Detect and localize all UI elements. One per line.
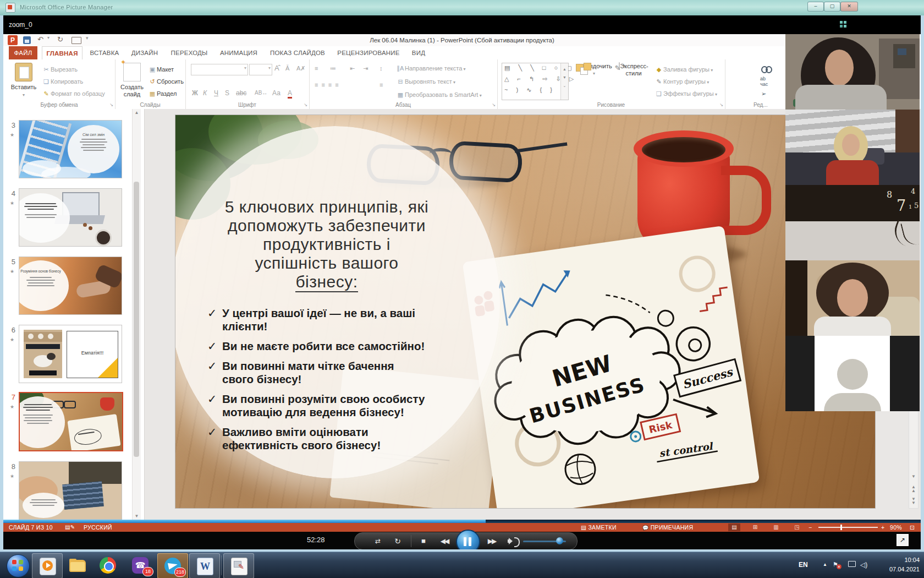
slide-thumbnail-8[interactable] [19, 461, 122, 520]
fit-to-window-icon[interactable]: ⊡ [910, 523, 915, 532]
undo-icon[interactable]: ↶ [37, 35, 43, 43]
tab-file[interactable]: ФАЙЛ [9, 46, 37, 59]
scroll-down-icon[interactable]: ▼ [133, 514, 141, 519]
slide-thumbnail-3[interactable]: Сім сил змін [19, 120, 122, 178]
undo-dropdown-icon[interactable]: ▾ [47, 35, 50, 40]
taskbar-picture-manager[interactable]: ✎ [223, 553, 254, 578]
minimize-button[interactable]: – [807, 2, 824, 12]
shape-effects-button[interactable]: ❑Эффекты фигуры ▾ [654, 88, 717, 99]
slide-canvas[interactable]: NEW BUSINESS Success Risk [175, 114, 876, 509]
text-direction-button[interactable]: ∥AНаправление текста ▾ [396, 63, 466, 74]
underline-button[interactable]: Ч [214, 88, 218, 98]
rewind-button[interactable]: ◀◀ [434, 533, 455, 549]
thumbnail-scrollbar[interactable]: ▲ ▼ [132, 109, 141, 520]
video-seek-bar[interactable] [3, 520, 921, 523]
character-spacing-button[interactable]: АВ↔ [255, 88, 267, 98]
scroll-up-icon[interactable]: ▲ [133, 110, 141, 115]
reset-button[interactable]: ↺Сбросить [148, 76, 184, 87]
taskbar-viber[interactable]: ☎ 18 [125, 553, 155, 577]
slideshow-from-start-icon[interactable] [72, 37, 81, 44]
slide-thumbnail-7-current[interactable] [19, 392, 123, 451]
scroll-down-icon[interactable]: ▼ [909, 474, 918, 479]
font-color-button[interactable]: А [288, 89, 292, 99]
maximize-button[interactable]: ▢ [824, 2, 840, 12]
shrink-font-button[interactable]: А̌ [285, 63, 289, 74]
select-button[interactable]: ➢ [761, 88, 766, 99]
tab-slideshow[interactable]: ПОКАЗ СЛАЙДОВ [265, 46, 330, 59]
previous-slide-icon[interactable]: ▲▲ [909, 485, 918, 493]
taskbar-chrome[interactable] [94, 553, 123, 577]
bold-button[interactable]: Ж [192, 88, 198, 98]
volume-slider-thumb[interactable] [556, 537, 563, 544]
zoom-slider[interactable] [818, 527, 878, 528]
slide-thumbnail-6[interactable]: Емпатія!!! [19, 325, 122, 383]
shapes-scrollbar[interactable]: ▲▼⌄ [560, 63, 568, 100]
taskbar-word[interactable]: W [189, 553, 220, 578]
layout-button[interactable]: ▣Макет [148, 64, 174, 75]
tray-clock[interactable]: 10:04 07.04.2021 [873, 555, 920, 574]
tab-review[interactable]: РЕЦЕНЗИРОВАНИЕ [334, 46, 403, 59]
slide-title[interactable]: 5 ключових принципів, які допоможуть заб… [192, 198, 461, 291]
increase-indent-button[interactable]: ⇥ [363, 63, 368, 74]
drawing-dialog-launcher-icon[interactable]: ↘ [719, 102, 723, 107]
line-spacing-button[interactable]: ↕ [380, 63, 383, 74]
arrange-button[interactable]: Упорядочить ▾ [573, 63, 615, 102]
paragraph-dialog-launcher-icon[interactable]: ↘ [492, 102, 496, 107]
taskbar-media-player[interactable] [32, 553, 63, 578]
next-slide-icon[interactable]: ▼▼ [909, 497, 918, 505]
paste-button[interactable]: Вставить ▾ [10, 63, 37, 102]
replace-button[interactable]: abчас [760, 76, 768, 87]
align-text-button[interactable]: ⊟Выровнять текст ▾ [396, 76, 455, 87]
taskbar-telegram[interactable]: 218 [157, 553, 188, 578]
language-indicator[interactable]: РУССКИЙ [84, 523, 112, 532]
tray-language[interactable]: EN [799, 561, 808, 569]
convert-smartart-button[interactable]: ▦Преобразовать в SmartArt ▾ [396, 89, 482, 100]
shadow-button[interactable]: S [225, 88, 229, 98]
fullscreen-button[interactable]: ↗ [897, 534, 909, 546]
shape-fill-button[interactable]: ◆Заливка фигуры ▾ [654, 64, 713, 75]
tab-design[interactable]: ДИЗАЙН [128, 46, 162, 59]
alignment-buttons[interactable]: ≡≡≡≡ [315, 79, 342, 90]
slide-thumbnail-4[interactable] [19, 188, 122, 247]
shuffle-button[interactable]: ⇄ [370, 533, 386, 549]
strikethrough-button[interactable]: abc [236, 88, 246, 98]
close-button[interactable]: ✕ [840, 2, 858, 12]
find-button[interactable] [761, 64, 770, 75]
bullets-button[interactable]: ≡ [315, 63, 318, 74]
redo-icon[interactable]: ↻ [57, 35, 63, 43]
customize-qat-icon[interactable]: ▾ [86, 35, 89, 41]
volume-tray-icon[interactable]: ◁) [860, 561, 867, 569]
taskbar-explorer[interactable] [63, 553, 92, 577]
quick-styles-button[interactable]: Экспресс-стили [616, 63, 651, 102]
zoom-slider-thumb[interactable] [840, 525, 842, 530]
tab-animation[interactable]: АНИМАЦИЯ [217, 46, 261, 59]
new-slide-button[interactable]: Создать слайд [117, 63, 147, 102]
grow-font-button[interactable]: А̂ [274, 63, 279, 74]
font-dialog-launcher-icon[interactable]: ↘ [304, 102, 307, 107]
change-case-button[interactable]: Аа [272, 88, 280, 98]
shapes-gallery[interactable]: ▤ ╲ ╲ □ ○ ▢ △ ⌐ ↰ ⇨ ⇩ ▷ ~ ) ∿ { } ☆ ▲▼⌄ [502, 63, 569, 100]
slide-bullet-list[interactable]: ✓У центрі вашої ідеї — не ви, а ваші клі… [207, 307, 425, 459]
volume-icon[interactable] [508, 538, 513, 544]
tray-show-hidden-icon[interactable]: ▲ [823, 562, 827, 567]
fast-forward-button[interactable]: ▶▶ [481, 533, 502, 549]
tab-view[interactable]: ВИД [407, 46, 430, 59]
section-button[interactable]: ▦Раздел [148, 88, 177, 99]
notes-toggle[interactable]: ▤ ЗАМЕТКИ [581, 523, 617, 532]
font-name-combobox[interactable] [191, 64, 248, 75]
start-button[interactable] [7, 554, 30, 577]
columns-button[interactable]: ≡ [380, 79, 383, 90]
comments-toggle[interactable]: 💬 ПРИМЕЧАНИЯ [642, 523, 693, 532]
zoom-in-button[interactable]: + [881, 523, 884, 532]
clear-formatting-button[interactable]: А✗ [296, 63, 306, 74]
zoom-level[interactable]: 90% [890, 523, 902, 532]
view-reading-button[interactable]: ▥ [770, 524, 782, 531]
decrease-indent-button[interactable]: ⇤ [350, 63, 355, 74]
action-center-flag-icon[interactable]: ⚑✕ [833, 561, 838, 568]
repeat-button[interactable]: ↻ [390, 533, 405, 549]
view-normal-button[interactable]: ▤ [728, 524, 740, 531]
tab-home[interactable]: ГЛАВНАЯ [42, 46, 82, 60]
view-sorter-button[interactable]: ⊞ [749, 524, 761, 531]
stop-button[interactable]: ■ [415, 533, 432, 549]
cut-button[interactable]: ✂Вырезать [42, 64, 78, 75]
